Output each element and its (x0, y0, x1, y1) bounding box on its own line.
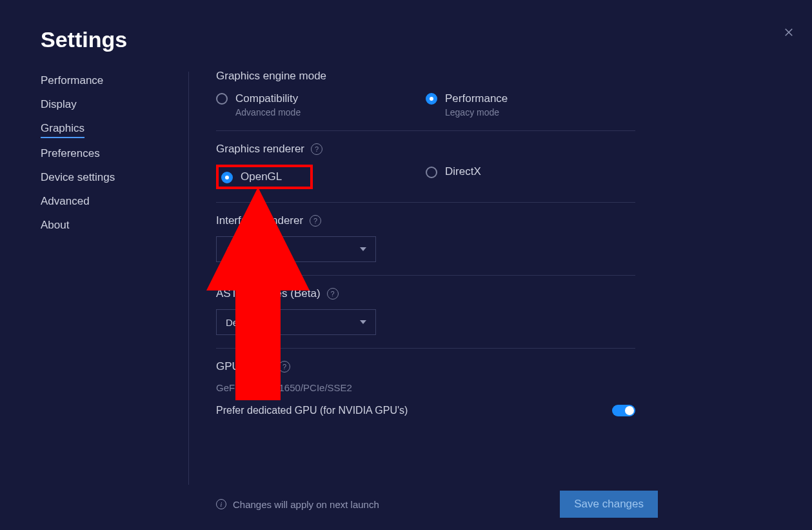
help-icon[interactable]: ? (311, 143, 322, 155)
section-title-interface: Interface renderer ? (216, 214, 635, 227)
select-value: Default (226, 317, 257, 328)
sidebar-item-preferences[interactable]: Preferences (41, 147, 100, 162)
toggle-prefer-gpu[interactable] (612, 405, 635, 416)
section-title-engine: Graphics engine mode (216, 70, 635, 83)
radio-sublabel: Advanced mode (235, 107, 301, 117)
section-title-label: GPU in use (216, 360, 272, 373)
section-title-label: ASTC textures (Beta) (216, 287, 321, 300)
help-icon[interactable]: ? (310, 215, 321, 227)
radio-label: DirectX (445, 165, 481, 179)
section-title-label: Graphics engine mode (216, 70, 326, 83)
radio-label: Performance (445, 92, 508, 106)
footer-note-text: Changes will apply on next launch (233, 499, 379, 510)
radio-icon (221, 172, 233, 183)
info-icon: i (216, 499, 226, 509)
sidebar: Performance Display Graphics Preferences… (41, 72, 189, 485)
radio-icon (426, 93, 437, 105)
radio-sublabel: Legacy mode (445, 107, 508, 117)
section-title-astc: ASTC textures (Beta) ? (216, 287, 635, 300)
close-button[interactable] (780, 23, 798, 41)
select-interface-renderer[interactable]: Auto (216, 236, 376, 262)
help-icon[interactable]: ? (327, 288, 339, 300)
sidebar-item-graphics[interactable]: Graphics (41, 122, 84, 138)
section-engine-mode: Graphics engine mode Compatibility Advan… (216, 70, 635, 131)
settings-content: Graphics engine mode Compatibility Advan… (216, 70, 635, 441)
sidebar-item-device-settings[interactable]: Device settings (41, 171, 115, 186)
prefer-gpu-label: Prefer dedicated GPU (for NVIDIA GPU's) (216, 405, 408, 416)
sidebar-item-display[interactable]: Display (41, 98, 77, 113)
sidebar-item-about[interactable]: About (41, 219, 69, 234)
section-interface-renderer: Interface renderer ? Auto (216, 214, 635, 276)
radio-icon (426, 167, 437, 178)
select-value: Auto (226, 244, 246, 255)
chevron-down-icon (360, 320, 366, 324)
section-title-gpu: GPU in use ? (216, 360, 635, 373)
select-astc[interactable]: Default (216, 309, 376, 335)
section-title-label: Graphics renderer (216, 143, 304, 156)
page-title: Settings (41, 27, 127, 52)
section-title-renderer: Graphics renderer ? (216, 143, 635, 156)
section-gpu: GPU in use ? GeForce GTX 1650/PCIe/SSE2 … (216, 360, 635, 429)
sidebar-item-performance[interactable]: Performance (41, 74, 103, 89)
radio-label: Compatibility (235, 92, 301, 106)
radio-renderer-opengl[interactable]: OpenGL (221, 170, 282, 184)
gpu-value: GeForce GTX 1650/PCIe/SSE2 (216, 382, 635, 393)
close-icon (783, 26, 795, 38)
section-title-label: Interface renderer (216, 214, 303, 227)
help-icon[interactable]: ? (279, 361, 290, 372)
highlight-opengl: OpenGL (216, 165, 313, 189)
chevron-down-icon (360, 247, 366, 251)
radio-engine-compatibility[interactable]: Compatibility Advanced mode (216, 92, 426, 117)
radio-label: OpenGL (241, 170, 282, 184)
footer: i Changes will apply on next launch Save… (216, 491, 658, 518)
radio-engine-performance[interactable]: Performance Legacy mode (426, 92, 635, 117)
radio-renderer-directx[interactable]: DirectX (426, 165, 635, 179)
sidebar-item-advanced[interactable]: Advanced (41, 195, 90, 210)
footer-note: i Changes will apply on next launch (216, 499, 379, 510)
save-button[interactable]: Save changes (560, 491, 658, 518)
section-graphics-renderer: Graphics renderer ? OpenGL DirectX (216, 143, 635, 203)
section-astc: ASTC textures (Beta) ? Default (216, 287, 635, 349)
radio-icon (216, 93, 228, 105)
